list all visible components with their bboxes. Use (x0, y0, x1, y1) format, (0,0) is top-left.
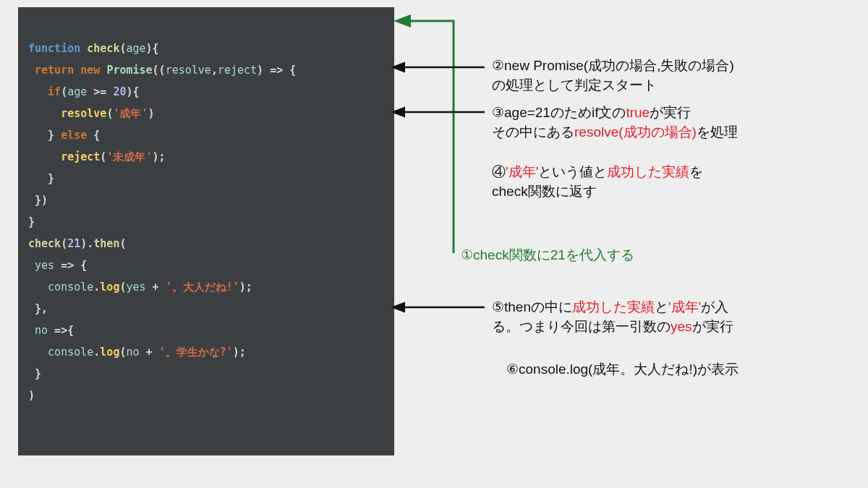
comma: , (211, 64, 218, 77)
op-gte: >= (87, 85, 113, 98)
keyword-if: if (48, 85, 61, 98)
obj-console: console (48, 281, 93, 294)
paren: ). (80, 237, 93, 250)
param-no: no (35, 324, 48, 337)
param-age: age (126, 42, 145, 55)
note-4-red-jisseki: 成功した実績 (607, 164, 689, 179)
brace: { (289, 64, 296, 77)
note-5-red-seinen: '成年' (668, 299, 701, 314)
paren: ) (126, 85, 132, 98)
num-21: 21 (67, 237, 80, 250)
note-3-line1-a: ③age=21のためif文の (492, 105, 626, 120)
note-4: ④'成年'という値と成功した実績を check関数に返す (492, 163, 703, 201)
paren: ) (148, 107, 154, 120)
paren: ); (239, 281, 252, 294)
var-age: age (67, 85, 87, 98)
param-yes: yes (35, 259, 54, 272)
dot: . (93, 346, 100, 359)
paren: ( (119, 237, 126, 250)
str-miseinen: '未成年' (106, 150, 152, 163)
note-6: ⑥console.log(成年。大人だね!)が表示 (506, 360, 739, 380)
type-promise: Promise (106, 64, 152, 77)
keyword-function: function (28, 42, 80, 55)
op-plus: + (140, 346, 159, 359)
keyword-new: new (80, 64, 100, 77)
note-5-red-yes: yes (671, 319, 692, 334)
str-seinen: '成年' (113, 107, 148, 120)
dot: . (93, 281, 100, 294)
num-20: 20 (113, 85, 126, 98)
brace: }, (35, 302, 48, 315)
brace: { (153, 42, 159, 55)
brace: } (28, 215, 35, 228)
call-resolve: resolve (61, 107, 106, 120)
var-no: no (126, 346, 139, 359)
paren: ( (61, 85, 67, 98)
str-otona: '。大人だね!' (166, 281, 239, 294)
brace: } (35, 367, 41, 380)
brace: }) (35, 194, 48, 207)
note-4-mark: ④ (492, 164, 506, 179)
note-5-line1-a: ⑤thenの中に (492, 299, 572, 314)
brace: { (67, 324, 74, 337)
note-3-line2-a: その中にある (492, 124, 574, 140)
brace: { (80, 259, 87, 272)
paren: (( (153, 64, 166, 77)
paren: ) (146, 42, 153, 55)
paren: ) (257, 64, 263, 77)
method-then: then (93, 237, 119, 250)
paren: ( (61, 237, 67, 250)
call-check: check (28, 237, 61, 250)
code-block: function check(age){ return new Promise(… (18, 7, 394, 455)
paren: ); (233, 346, 246, 359)
op-plus: + (146, 281, 166, 294)
note-6-text: ⑥console.log(成年。大人だね!)が表示 (506, 361, 739, 377)
obj-console: console (48, 346, 93, 359)
method-log: log (100, 281, 119, 294)
note-4-red-seinen: '成年' (506, 164, 538, 179)
note-3-line1-b: が実行 (650, 105, 691, 120)
fn-check: check (87, 42, 119, 55)
var-yes: yes (126, 281, 145, 294)
method-log: log (100, 346, 119, 359)
brace: } (48, 172, 54, 185)
keyword-return: return (35, 64, 74, 77)
note-4-tail: を (689, 164, 703, 179)
brace: } (48, 129, 54, 142)
note-3-red-resolve: resolve(成功の場合) (574, 124, 697, 140)
note-3: ③age=21のためif文のtrueが実行 その中にあるresolve(成功の場… (492, 103, 738, 142)
arrow: => (54, 259, 80, 272)
arrow: => (263, 64, 289, 77)
arrow: => (48, 324, 67, 337)
note-5-line2-a: る。つまり今回は第一引数の (492, 319, 671, 334)
note-5-line2-b: が実行 (692, 319, 733, 334)
paren: ) (28, 389, 35, 402)
paren: ); (152, 150, 165, 163)
note-3-line2-b: を処理 (697, 124, 738, 140)
arrow-1-green (407, 21, 454, 253)
note-2-line1: ②new Promise(成功の場合,失敗の場合) (492, 58, 734, 73)
note-5-line1-c: が入 (701, 299, 728, 314)
keyword-else: else (61, 129, 87, 142)
brace: { (93, 129, 100, 142)
note-2: ②new Promise(成功の場合,失敗の場合) の処理として判定スタート (492, 56, 734, 95)
note-1: ①check関数に21を代入する (461, 246, 634, 265)
note-4-mid: という値と (538, 164, 607, 179)
note-5-red-jisseki: 成功した実績 (572, 299, 655, 314)
note-4-line2: check関数に返す (492, 184, 597, 199)
note-5: ⑤thenの中に成功した実績と'成年'が入 る。つまり今回は第一引数のyesが実… (492, 298, 733, 336)
param-reject: reject (218, 64, 257, 77)
note-3-red-true: true (626, 105, 650, 120)
brace: { (133, 85, 140, 98)
note-2-line2: の処理として判定スタート (492, 77, 657, 93)
call-reject: reject (61, 150, 100, 163)
note-5-line1-b: と (655, 299, 668, 314)
param-resolve: resolve (166, 64, 211, 77)
note-1-text: ①check関数に21を代入する (461, 247, 634, 262)
str-gakusei: '。学生かな?' (159, 346, 233, 359)
